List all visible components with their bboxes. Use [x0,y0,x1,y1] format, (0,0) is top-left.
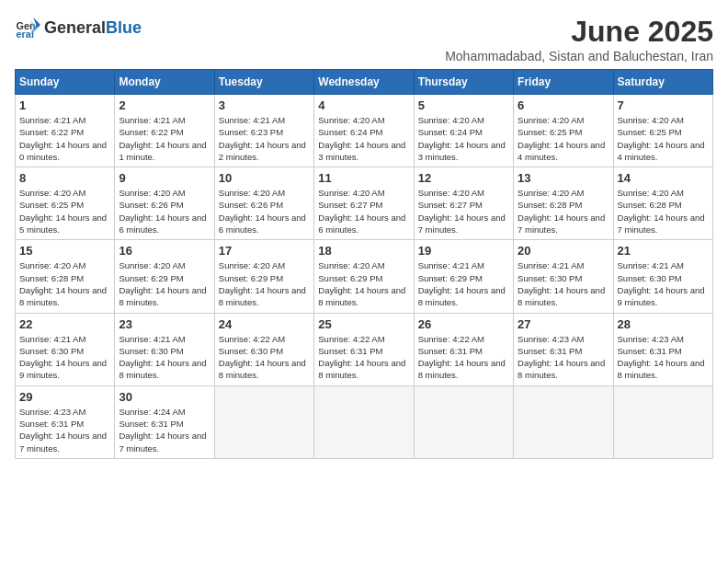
calendar-cell [514,385,613,458]
day-number: 25 [318,317,409,331]
sunrise-label: Sunrise: 4:20 AM [618,115,684,125]
calendar-cell [314,385,414,458]
day-info: Sunrise: 4:21 AM Sunset: 6:29 PM Dayligh… [418,259,509,308]
day-number: 15 [19,244,110,258]
calendar-cell: 13 Sunrise: 4:20 AM Sunset: 6:28 PM Dayl… [514,167,613,240]
day-info: Sunrise: 4:20 AM Sunset: 6:24 PM Dayligh… [418,114,509,163]
day-number: 13 [518,171,609,185]
calendar-cell: 8 Sunrise: 4:20 AM Sunset: 6:25 PM Dayli… [16,167,115,240]
daylight-label: Daylight: 14 hours and 0 minutes. [19,140,107,162]
sunrise-label: Sunrise: 4:20 AM [418,188,484,198]
day-info: Sunrise: 4:20 AM Sunset: 6:29 PM Dayligh… [119,259,210,308]
day-info: Sunrise: 4:20 AM Sunset: 6:28 PM Dayligh… [518,187,609,236]
day-number: 26 [418,317,509,331]
calendar-cell [613,385,712,458]
day-info: Sunrise: 4:20 AM Sunset: 6:29 PM Dayligh… [219,259,310,308]
day-number: 27 [518,317,609,331]
calendar-cell: 19 Sunrise: 4:21 AM Sunset: 6:29 PM Dayl… [414,240,513,313]
sunrise-label: Sunrise: 4:22 AM [318,334,384,344]
daylight-label: Daylight: 14 hours and 8 minutes. [19,285,107,307]
sunrise-label: Sunrise: 4:22 AM [219,334,285,344]
sunrise-label: Sunrise: 4:20 AM [618,188,684,198]
day-number: 19 [418,244,509,258]
sunrise-label: Sunrise: 4:23 AM [19,407,85,417]
calendar-cell: 23 Sunrise: 4:21 AM Sunset: 6:30 PM Dayl… [115,313,214,385]
calendar-header-row: SundayMondayTuesdayWednesdayThursdayFrid… [16,70,713,95]
daylight-label: Daylight: 14 hours and 8 minutes. [219,285,306,307]
daylight-label: Daylight: 14 hours and 4 minutes. [618,140,705,162]
sunset-label: Sunset: 6:28 PM [19,273,84,283]
day-number: 2 [119,98,210,112]
day-info: Sunrise: 4:22 AM Sunset: 6:31 PM Dayligh… [318,333,409,382]
day-number: 7 [618,98,709,112]
sunrise-label: Sunrise: 4:24 AM [119,407,185,417]
calendar-cell: 29 Sunrise: 4:23 AM Sunset: 6:31 PM Dayl… [16,385,115,458]
sunrise-label: Sunrise: 4:20 AM [418,115,484,125]
day-info: Sunrise: 4:21 AM Sunset: 6:22 PM Dayligh… [119,114,210,163]
header: Gen eral GeneralBlue June 2025 Mohammada… [15,15,713,63]
day-info: Sunrise: 4:20 AM Sunset: 6:28 PM Dayligh… [618,187,709,236]
calendar-cell: 1 Sunrise: 4:21 AM Sunset: 6:22 PM Dayli… [16,95,115,167]
daylight-label: Daylight: 14 hours and 6 minutes. [119,213,206,235]
calendar-week-row: 15 Sunrise: 4:20 AM Sunset: 6:28 PM Dayl… [16,240,713,313]
day-info: Sunrise: 4:21 AM Sunset: 6:30 PM Dayligh… [19,333,110,382]
day-info: Sunrise: 4:20 AM Sunset: 6:24 PM Dayligh… [318,114,409,163]
calendar-day-header: Sunday [16,70,115,95]
sunset-label: Sunset: 6:25 PM [618,127,682,137]
sunset-label: Sunset: 6:31 PM [318,346,382,356]
day-number: 4 [318,98,409,112]
sunrise-label: Sunrise: 4:21 AM [119,334,185,344]
daylight-label: Daylight: 14 hours and 7 minutes. [19,431,107,453]
daylight-label: Daylight: 14 hours and 8 minutes. [418,358,506,380]
sunset-label: Sunset: 6:31 PM [119,419,183,429]
calendar-cell: 25 Sunrise: 4:22 AM Sunset: 6:31 PM Dayl… [314,313,414,385]
day-info: Sunrise: 4:20 AM Sunset: 6:28 PM Dayligh… [19,259,110,308]
day-info: Sunrise: 4:23 AM Sunset: 6:31 PM Dayligh… [19,406,110,454]
calendar-cell: 17 Sunrise: 4:20 AM Sunset: 6:29 PM Dayl… [214,240,313,313]
daylight-label: Daylight: 14 hours and 7 minutes. [418,213,506,235]
day-info: Sunrise: 4:21 AM Sunset: 6:23 PM Dayligh… [219,114,310,163]
day-number: 30 [119,390,210,404]
sunrise-label: Sunrise: 4:21 AM [418,260,484,270]
daylight-label: Daylight: 14 hours and 8 minutes. [318,358,405,380]
day-number: 24 [219,317,310,331]
sunrise-label: Sunrise: 4:20 AM [318,188,384,198]
day-number: 22 [19,317,110,331]
calendar-week-row: 29 Sunrise: 4:23 AM Sunset: 6:31 PM Dayl… [16,385,713,458]
day-number: 28 [618,317,709,331]
day-number: 11 [318,171,409,185]
sunrise-label: Sunrise: 4:21 AM [219,115,285,125]
day-number: 20 [518,244,609,258]
sunrise-label: Sunrise: 4:23 AM [518,334,584,344]
sunset-label: Sunset: 6:31 PM [518,346,582,356]
sunrise-label: Sunrise: 4:21 AM [19,334,85,344]
day-number: 6 [518,98,609,112]
day-number: 29 [19,390,110,404]
daylight-label: Daylight: 14 hours and 8 minutes. [518,285,605,307]
day-number: 5 [418,98,509,112]
day-number: 17 [219,244,310,258]
sunset-label: Sunset: 6:22 PM [19,127,84,137]
sunrise-label: Sunrise: 4:23 AM [618,334,684,344]
sunset-label: Sunset: 6:25 PM [518,127,582,137]
day-number: 8 [19,171,110,185]
daylight-label: Daylight: 14 hours and 5 minutes. [19,213,107,235]
calendar-day-header: Saturday [613,70,712,95]
day-info: Sunrise: 4:20 AM Sunset: 6:29 PM Dayligh… [318,259,409,308]
calendar-week-row: 22 Sunrise: 4:21 AM Sunset: 6:30 PM Dayl… [16,313,713,385]
day-number: 18 [318,244,409,258]
day-info: Sunrise: 4:21 AM Sunset: 6:30 PM Dayligh… [618,259,709,308]
day-number: 21 [618,244,709,258]
title-area: June 2025 Mohammadabad, Sistan and Baluc… [445,15,713,63]
day-info: Sunrise: 4:20 AM Sunset: 6:26 PM Dayligh… [119,187,210,236]
daylight-label: Daylight: 14 hours and 3 minutes. [418,140,506,162]
day-info: Sunrise: 4:22 AM Sunset: 6:31 PM Dayligh… [418,333,509,382]
daylight-label: Daylight: 14 hours and 8 minutes. [318,285,405,307]
sunset-label: Sunset: 6:29 PM [219,273,283,283]
day-info: Sunrise: 4:20 AM Sunset: 6:25 PM Dayligh… [618,114,709,163]
sunrise-label: Sunrise: 4:20 AM [318,115,384,125]
calendar-cell: 11 Sunrise: 4:20 AM Sunset: 6:27 PM Dayl… [314,167,414,240]
sunset-label: Sunset: 6:28 PM [518,200,582,210]
calendar-cell: 2 Sunrise: 4:21 AM Sunset: 6:22 PM Dayli… [115,95,214,167]
calendar-cell: 24 Sunrise: 4:22 AM Sunset: 6:30 PM Dayl… [214,313,313,385]
